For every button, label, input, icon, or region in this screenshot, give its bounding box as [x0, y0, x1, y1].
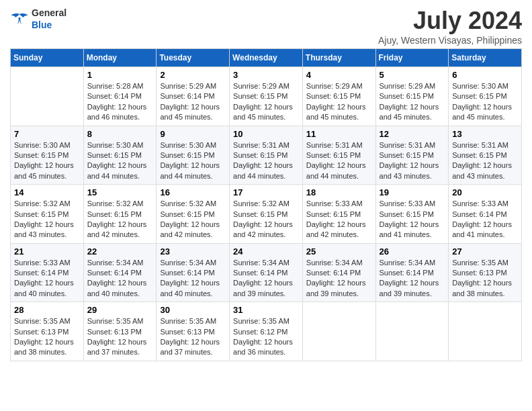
calendar-cell: 24Sunrise: 5:34 AM Sunset: 6:14 PM Dayli…	[230, 243, 303, 302]
calendar-cell: 27Sunrise: 5:35 AM Sunset: 6:13 PM Dayli…	[449, 243, 522, 302]
day-info: Sunrise: 5:32 AM Sunset: 6:15 PM Dayligh…	[233, 199, 299, 240]
calendar-cell: 11Sunrise: 5:31 AM Sunset: 6:15 PM Dayli…	[302, 126, 375, 185]
calendar-week-row: 28Sunrise: 5:35 AM Sunset: 6:13 PM Dayli…	[11, 302, 522, 361]
header-day-monday: Monday	[83, 49, 157, 67]
day-info: Sunrise: 5:34 AM Sunset: 6:14 PM Dayligh…	[380, 258, 445, 300]
calendar-cell: 26Sunrise: 5:34 AM Sunset: 6:14 PM Dayli…	[375, 243, 449, 302]
page-title: July 2024	[378, 7, 522, 35]
day-number: 31	[233, 305, 299, 315]
day-info: Sunrise: 5:34 AM Sunset: 6:14 PM Dayligh…	[160, 258, 226, 300]
calendar-week-row: 7Sunrise: 5:30 AM Sunset: 6:15 PM Daylig…	[11, 126, 522, 185]
day-info: Sunrise: 5:35 AM Sunset: 6:13 PM Dayligh…	[14, 316, 80, 358]
calendar-cell: 23Sunrise: 5:34 AM Sunset: 6:14 PM Dayli…	[157, 243, 230, 302]
day-number: 16	[160, 187, 226, 197]
page-subtitle: Ajuy, Western Visayas, Philippines	[378, 35, 522, 46]
day-info: Sunrise: 5:31 AM Sunset: 6:15 PM Dayligh…	[306, 140, 372, 182]
day-number: 30	[160, 305, 226, 315]
calendar-cell	[11, 67, 84, 126]
calendar-cell: 5Sunrise: 5:29 AM Sunset: 6:15 PM Daylig…	[375, 67, 449, 126]
day-number: 15	[87, 187, 153, 197]
day-number: 28	[14, 305, 80, 315]
calendar-cell: 31Sunrise: 5:35 AM Sunset: 6:12 PM Dayli…	[230, 302, 303, 361]
day-number: 8	[87, 129, 153, 139]
page-header: General Blue July 2024 Ajuy, Western Vis…	[10, 7, 522, 46]
day-info: Sunrise: 5:30 AM Sunset: 6:15 PM Dayligh…	[87, 140, 153, 182]
day-info: Sunrise: 5:29 AM Sunset: 6:15 PM Dayligh…	[306, 81, 372, 123]
header-day-saturday: Saturday	[449, 49, 522, 67]
day-info: Sunrise: 5:33 AM Sunset: 6:15 PM Dayligh…	[380, 199, 445, 240]
day-info: Sunrise: 5:35 AM Sunset: 6:13 PM Dayligh…	[87, 316, 153, 358]
day-info: Sunrise: 5:35 AM Sunset: 6:13 PM Dayligh…	[452, 258, 518, 300]
day-number: 20	[452, 187, 518, 197]
calendar-cell: 10Sunrise: 5:31 AM Sunset: 6:15 PM Dayli…	[230, 126, 303, 185]
day-number: 1	[87, 70, 153, 80]
day-info: Sunrise: 5:35 AM Sunset: 6:13 PM Dayligh…	[160, 316, 226, 358]
calendar-cell: 6Sunrise: 5:30 AM Sunset: 6:15 PM Daylig…	[449, 67, 522, 126]
calendar-cell: 7Sunrise: 5:30 AM Sunset: 6:15 PM Daylig…	[11, 126, 84, 185]
calendar-cell: 28Sunrise: 5:35 AM Sunset: 6:13 PM Dayli…	[11, 302, 84, 361]
calendar-week-row: 14Sunrise: 5:32 AM Sunset: 6:15 PM Dayli…	[11, 185, 522, 244]
day-number: 17	[233, 187, 299, 197]
calendar-cell: 25Sunrise: 5:34 AM Sunset: 6:14 PM Dayli…	[302, 243, 375, 302]
logo-icon	[10, 11, 29, 26]
logo: General Blue	[10, 7, 66, 31]
calendar-cell: 20Sunrise: 5:33 AM Sunset: 6:14 PM Dayli…	[449, 185, 522, 244]
calendar-cell: 13Sunrise: 5:31 AM Sunset: 6:15 PM Dayli…	[449, 126, 522, 185]
day-number: 23	[160, 246, 226, 257]
day-number: 26	[380, 246, 445, 257]
day-number: 4	[306, 70, 372, 80]
day-number: 9	[160, 129, 226, 139]
calendar-cell: 4Sunrise: 5:29 AM Sunset: 6:15 PM Daylig…	[302, 67, 375, 126]
day-number: 25	[306, 246, 372, 257]
day-number: 2	[160, 70, 226, 80]
header-day-wednesday: Wednesday	[230, 49, 303, 67]
calendar-cell: 21Sunrise: 5:33 AM Sunset: 6:14 PM Dayli…	[11, 243, 84, 302]
day-info: Sunrise: 5:31 AM Sunset: 6:15 PM Dayligh…	[233, 140, 299, 182]
calendar-cell: 15Sunrise: 5:32 AM Sunset: 6:15 PM Dayli…	[83, 185, 157, 244]
calendar-body: 1Sunrise: 5:28 AM Sunset: 6:14 PM Daylig…	[11, 67, 522, 361]
day-number: 5	[380, 70, 445, 80]
day-number: 22	[87, 246, 153, 257]
calendar-cell: 8Sunrise: 5:30 AM Sunset: 6:15 PM Daylig…	[83, 126, 157, 185]
day-info: Sunrise: 5:29 AM Sunset: 6:15 PM Dayligh…	[233, 81, 299, 123]
day-info: Sunrise: 5:32 AM Sunset: 6:15 PM Dayligh…	[87, 199, 153, 240]
day-info: Sunrise: 5:32 AM Sunset: 6:15 PM Dayligh…	[14, 199, 80, 240]
day-number: 7	[14, 129, 80, 139]
header-day-friday: Friday	[375, 49, 449, 67]
calendar-cell: 17Sunrise: 5:32 AM Sunset: 6:15 PM Dayli…	[230, 185, 303, 244]
calendar-header-row: SundayMondayTuesdayWednesdayThursdayFrid…	[11, 49, 522, 67]
day-number: 27	[452, 246, 518, 257]
day-number: 11	[306, 129, 372, 139]
day-number: 14	[14, 187, 80, 197]
header-day-sunday: Sunday	[11, 49, 84, 67]
day-info: Sunrise: 5:32 AM Sunset: 6:15 PM Dayligh…	[160, 199, 226, 240]
day-info: Sunrise: 5:28 AM Sunset: 6:14 PM Dayligh…	[87, 81, 153, 123]
calendar-cell: 3Sunrise: 5:29 AM Sunset: 6:15 PM Daylig…	[230, 67, 303, 126]
day-info: Sunrise: 5:31 AM Sunset: 6:15 PM Dayligh…	[452, 140, 518, 182]
day-number: 10	[233, 129, 299, 139]
day-info: Sunrise: 5:34 AM Sunset: 6:14 PM Dayligh…	[306, 258, 372, 300]
day-info: Sunrise: 5:33 AM Sunset: 6:14 PM Dayligh…	[452, 199, 518, 240]
calendar-week-row: 1Sunrise: 5:28 AM Sunset: 6:14 PM Daylig…	[11, 67, 522, 126]
day-number: 13	[452, 129, 518, 139]
calendar-cell: 16Sunrise: 5:32 AM Sunset: 6:15 PM Dayli…	[157, 185, 230, 244]
calendar-week-row: 21Sunrise: 5:33 AM Sunset: 6:14 PM Dayli…	[11, 243, 522, 302]
day-info: Sunrise: 5:35 AM Sunset: 6:12 PM Dayligh…	[233, 316, 299, 358]
day-number: 19	[380, 187, 445, 197]
calendar-cell: 2Sunrise: 5:29 AM Sunset: 6:14 PM Daylig…	[157, 67, 230, 126]
calendar-cell: 22Sunrise: 5:34 AM Sunset: 6:14 PM Dayli…	[83, 243, 157, 302]
calendar-cell: 29Sunrise: 5:35 AM Sunset: 6:13 PM Dayli…	[83, 302, 157, 361]
day-info: Sunrise: 5:34 AM Sunset: 6:14 PM Dayligh…	[233, 258, 299, 300]
calendar-cell	[302, 302, 375, 361]
day-info: Sunrise: 5:31 AM Sunset: 6:15 PM Dayligh…	[380, 140, 445, 182]
calendar-cell: 1Sunrise: 5:28 AM Sunset: 6:14 PM Daylig…	[83, 67, 157, 126]
day-number: 24	[233, 246, 299, 257]
calendar-cell: 19Sunrise: 5:33 AM Sunset: 6:15 PM Dayli…	[375, 185, 449, 244]
calendar-cell: 18Sunrise: 5:33 AM Sunset: 6:15 PM Dayli…	[302, 185, 375, 244]
day-info: Sunrise: 5:33 AM Sunset: 6:15 PM Dayligh…	[306, 199, 372, 240]
day-number: 12	[380, 129, 445, 139]
day-info: Sunrise: 5:30 AM Sunset: 6:15 PM Dayligh…	[160, 140, 226, 182]
day-info: Sunrise: 5:29 AM Sunset: 6:15 PM Dayligh…	[380, 81, 445, 123]
calendar-cell: 9Sunrise: 5:30 AM Sunset: 6:15 PM Daylig…	[157, 126, 230, 185]
day-info: Sunrise: 5:30 AM Sunset: 6:15 PM Dayligh…	[14, 140, 80, 182]
